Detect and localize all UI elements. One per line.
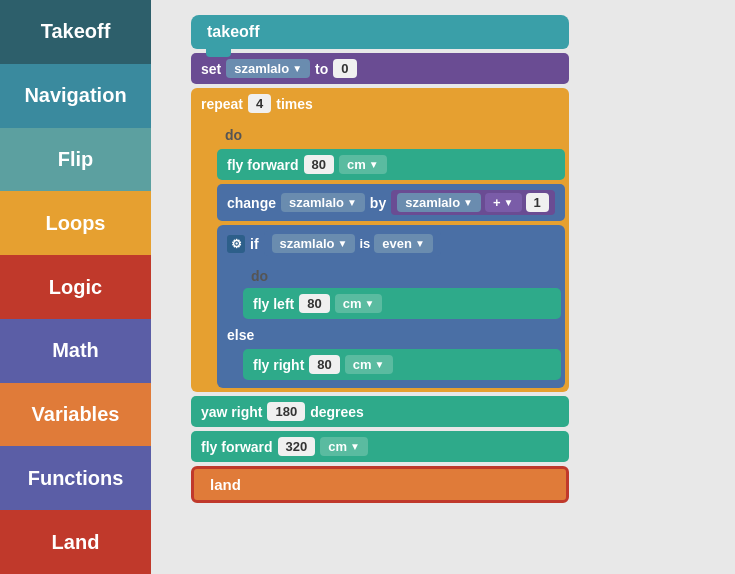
sidebar-item-navigation[interactable]: Navigation [0,64,151,128]
repeat-label: repeat [201,96,243,112]
set-variable-block: set szamlalo ▼ to 0 [191,53,569,84]
fly-left-val[interactable]: 80 [299,294,329,313]
set-value[interactable]: 0 [333,59,356,78]
fly-forward2-label: fly forward [201,439,273,455]
workspace: takeoff set szamlalo ▼ to 0 repeat 4 tim… [151,0,735,574]
if-block: ⚙ if szamlalo ▼ is even ▼ [217,225,565,388]
cond-var-dropdown[interactable]: szamlalo ▼ [272,234,356,253]
fly-right-unit[interactable]: cm ▼ [345,355,393,374]
fly-left-unit[interactable]: cm ▼ [335,294,383,313]
sidebar-item-math[interactable]: Math [0,319,151,383]
fly-left-block: fly left 80 cm ▼ [243,288,561,319]
fly-right-val[interactable]: 80 [309,355,339,374]
dropdown-arrow: ▼ [292,63,302,74]
takeoff-label: takeoff [207,23,259,41]
yaw-right-label: yaw right [201,404,262,420]
fly-right-label: fly right [253,357,304,373]
degrees-label: degrees [310,404,364,420]
variable-dropdown[interactable]: szamlalo ▼ [226,59,310,78]
sidebar-item-loops[interactable]: Loops [0,191,151,255]
sidebar: Takeoff Navigation Flip Loops Logic Math… [0,0,151,574]
fly-forward-label: fly forward [227,157,299,173]
expr-val[interactable]: 1 [526,193,549,212]
repeat-body: do fly forward 80 cm ▼ change szamlalo ▼ [213,119,569,392]
change-var-arrow: ▼ [347,197,357,208]
math-expr-block: szamlalo ▼ + ▼ 1 [391,190,555,215]
yaw-right-block: yaw right 180 degrees [191,396,569,427]
else-body: fly right 80 cm ▼ [239,347,565,384]
to-label: to [315,61,328,77]
unit-arrow: ▼ [369,159,379,170]
gear-icon[interactable]: ⚙ [227,235,245,253]
land-block: land [191,466,569,503]
if-label: if [250,236,259,252]
yaw-right-val[interactable]: 180 [267,402,305,421]
fly-forward2-block: fly forward 320 cm ▼ [191,431,569,462]
fly-forward2-val[interactable]: 320 [278,437,316,456]
repeat-block: repeat 4 times do fly forward 80 cm ▼ [191,88,569,392]
times-label: times [276,96,313,112]
takeoff-block: takeoff [191,15,569,49]
sidebar-item-takeoff[interactable]: Takeoff [0,0,151,64]
by-label: by [370,195,386,211]
even-dropdown[interactable]: even ▼ [374,234,433,253]
fly-forward2-unit[interactable]: cm ▼ [320,437,368,456]
if-header: ⚙ if szamlalo ▼ is even ▼ [217,225,565,262]
land-label: land [210,476,241,493]
fly-forward-val[interactable]: 80 [304,155,334,174]
is-label: is [359,236,370,251]
do-label: do [217,123,565,147]
if-do-label: do [243,264,561,288]
sidebar-item-flip[interactable]: Flip [0,128,151,192]
repeat-header: repeat 4 times [191,88,569,119]
fly-right-block: fly right 80 cm ▼ [243,349,561,380]
set-label: set [201,61,221,77]
change-label: change [227,195,276,211]
block-stack: takeoff set szamlalo ▼ to 0 repeat 4 tim… [191,15,569,503]
unit-dropdown[interactable]: cm ▼ [339,155,387,174]
change-var-dropdown[interactable]: szamlalo ▼ [281,193,365,212]
change-block: change szamlalo ▼ by szamlalo ▼ + [217,184,565,221]
expr-var-dropdown[interactable]: szamlalo ▼ [397,193,481,212]
condition-block: szamlalo ▼ is even ▼ [264,231,441,256]
if-do-body: do fly left 80 cm ▼ [239,262,565,323]
sidebar-item-functions[interactable]: Functions [0,446,151,510]
sidebar-item-land[interactable]: Land [0,510,151,574]
else-label-block: else [217,323,565,347]
fly-forward-block: fly forward 80 cm ▼ [217,149,565,180]
operator-dropdown[interactable]: + ▼ [485,193,522,212]
sidebar-item-logic[interactable]: Logic [0,255,151,319]
fly-left-label: fly left [253,296,294,312]
repeat-times[interactable]: 4 [248,94,271,113]
sidebar-item-variables[interactable]: Variables [0,383,151,447]
